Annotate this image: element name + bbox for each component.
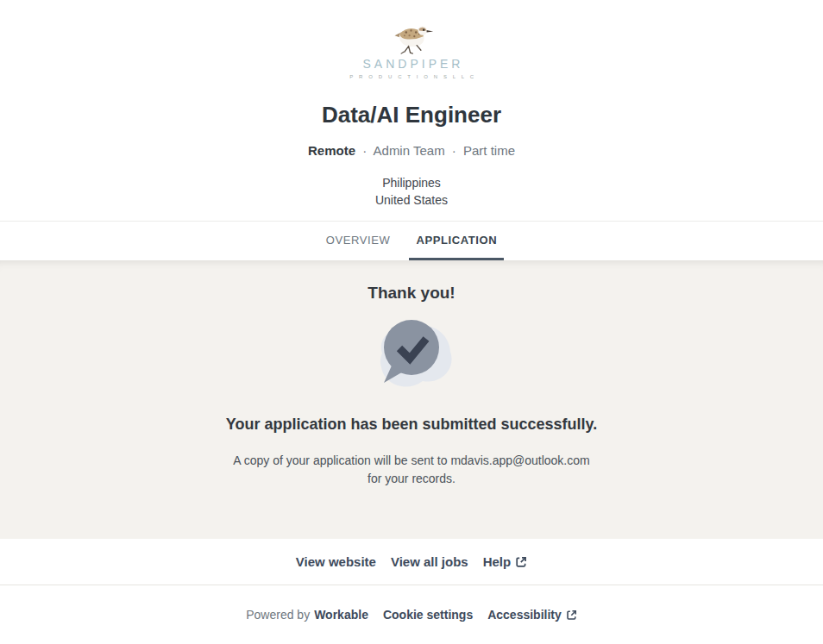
tab-application[interactable]: APPLICATION	[409, 222, 504, 260]
email-copy-note-line: A copy of your application will be sent …	[0, 452, 823, 470]
job-location: United States	[0, 191, 823, 209]
company-logo: SANDPIPER P R O D U C T I O N S L L C	[347, 22, 475, 79]
job-meta: Remote · Admin Team · Part time	[0, 143, 823, 158]
job-workplace: Remote	[308, 143, 355, 158]
powered-by-label: Powered by	[246, 608, 310, 622]
brand-name: SANDPIPER	[360, 57, 464, 71]
success-message: Your application has been submitted succ…	[0, 416, 823, 434]
accessibility-label: Accessibility	[487, 608, 562, 622]
meta-separator: ·	[359, 143, 370, 158]
tab-overview[interactable]: OVERVIEW	[319, 222, 398, 260]
page-title: Data/AI Engineer	[0, 102, 823, 128]
job-department: Admin Team	[374, 143, 445, 158]
job-employment-type: Part time	[463, 143, 515, 158]
cookie-settings-link[interactable]: Cookie settings	[383, 608, 473, 622]
view-all-jobs-link[interactable]: View all jobs	[391, 554, 468, 569]
job-location: Philippines	[0, 174, 823, 191]
view-website-link[interactable]: View website	[296, 554, 376, 569]
sandpiper-bird-icon	[386, 22, 436, 55]
email-copy-note-line: for your records.	[0, 470, 823, 488]
powered-by: Powered by Workable	[246, 608, 368, 622]
meta-separator: ·	[449, 143, 460, 158]
accessibility-link[interactable]: Accessibility	[487, 608, 577, 622]
job-locations: Philippines United States	[0, 174, 823, 209]
email-copy-note: A copy of your application will be sent …	[0, 452, 823, 488]
view-website-label: View website	[296, 554, 376, 569]
check-speech-bubble-icon	[0, 314, 823, 397]
brand-tagline: P R O D U C T I O N S L L C	[347, 74, 475, 79]
help-label: Help	[483, 554, 512, 569]
bottom-bar: Powered by Workable Cookie settings Acce…	[0, 585, 823, 644]
external-link-icon	[566, 610, 577, 621]
help-link[interactable]: Help	[483, 554, 528, 569]
job-header: SANDPIPER P R O D U C T I O N S L L C Da…	[0, 0, 823, 221]
view-all-jobs-label: View all jobs	[391, 554, 468, 569]
tab-bar: OVERVIEW APPLICATION	[0, 221, 823, 260]
footer-link-bar: View website View all jobs Help	[0, 539, 823, 585]
confirmation-heading: Thank you!	[0, 284, 823, 303]
confirmation-section: Thank you! Your application has been sub…	[0, 260, 823, 539]
external-link-icon	[515, 556, 527, 568]
workable-link[interactable]: Workable	[314, 608, 368, 622]
